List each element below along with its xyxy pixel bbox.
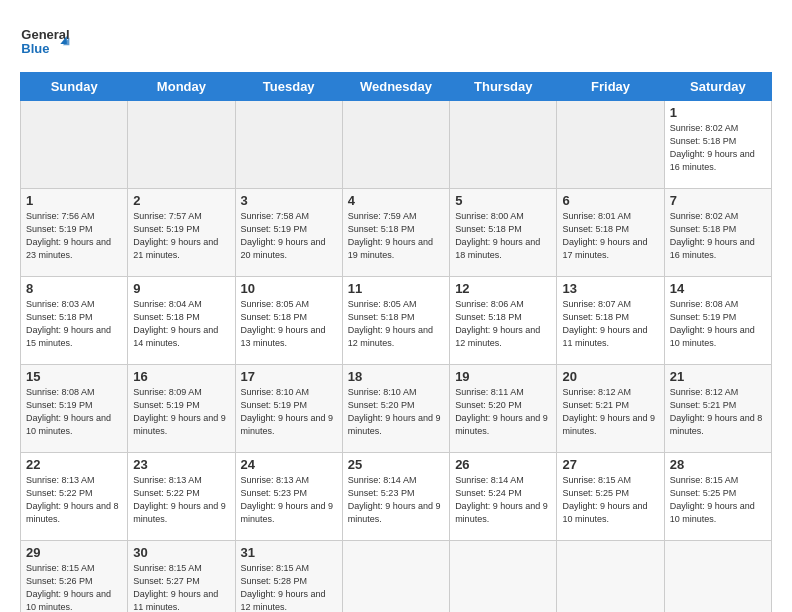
day-number: 26 <box>455 457 551 472</box>
day-info: Sunrise: 8:13 AMSunset: 5:22 PMDaylight:… <box>133 474 229 526</box>
logo-icon: General Blue <box>20 18 72 62</box>
day-info: Sunrise: 8:02 AMSunset: 5:18 PMDaylight:… <box>670 210 766 262</box>
day-number: 29 <box>26 545 122 560</box>
day-cell: 3Sunrise: 7:58 AMSunset: 5:19 PMDaylight… <box>235 189 342 277</box>
day-number: 27 <box>562 457 658 472</box>
day-info: Sunrise: 7:59 AMSunset: 5:18 PMDaylight:… <box>348 210 444 262</box>
day-cell <box>450 101 557 189</box>
day-number: 24 <box>241 457 337 472</box>
day-cell <box>557 101 664 189</box>
day-cell <box>235 101 342 189</box>
day-number: 1 <box>26 193 122 208</box>
page: General Blue SundayMondayTuesdayWednesda… <box>0 0 792 612</box>
col-header-saturday: Saturday <box>664 73 771 101</box>
day-info: Sunrise: 8:05 AMSunset: 5:18 PMDaylight:… <box>241 298 337 350</box>
day-number: 25 <box>348 457 444 472</box>
day-cell: 5Sunrise: 8:00 AMSunset: 5:18 PMDaylight… <box>450 189 557 277</box>
day-cell <box>342 101 449 189</box>
day-cell: 11Sunrise: 8:05 AMSunset: 5:18 PMDayligh… <box>342 277 449 365</box>
day-number: 21 <box>670 369 766 384</box>
day-info: Sunrise: 8:08 AMSunset: 5:19 PMDaylight:… <box>670 298 766 350</box>
col-header-sunday: Sunday <box>21 73 128 101</box>
col-header-wednesday: Wednesday <box>342 73 449 101</box>
week-row-1: 1Sunrise: 8:02 AMSunset: 5:18 PMDaylight… <box>21 101 772 189</box>
day-cell: 10Sunrise: 8:05 AMSunset: 5:18 PMDayligh… <box>235 277 342 365</box>
header-row: SundayMondayTuesdayWednesdayThursdayFrid… <box>21 73 772 101</box>
day-number: 14 <box>670 281 766 296</box>
day-info: Sunrise: 8:15 AMSunset: 5:25 PMDaylight:… <box>562 474 658 526</box>
day-cell: 22Sunrise: 8:13 AMSunset: 5:22 PMDayligh… <box>21 453 128 541</box>
day-cell: 23Sunrise: 8:13 AMSunset: 5:22 PMDayligh… <box>128 453 235 541</box>
day-cell: 6Sunrise: 8:01 AMSunset: 5:18 PMDaylight… <box>557 189 664 277</box>
day-cell <box>342 541 449 613</box>
day-number: 1 <box>670 105 766 120</box>
logo: General Blue <box>20 18 72 62</box>
day-cell: 1Sunrise: 8:02 AMSunset: 5:18 PMDaylight… <box>664 101 771 189</box>
day-info: Sunrise: 8:04 AMSunset: 5:18 PMDaylight:… <box>133 298 229 350</box>
week-row-6: 29Sunrise: 8:15 AMSunset: 5:26 PMDayligh… <box>21 541 772 613</box>
day-info: Sunrise: 8:14 AMSunset: 5:23 PMDaylight:… <box>348 474 444 526</box>
day-cell <box>664 541 771 613</box>
day-number: 17 <box>241 369 337 384</box>
col-header-tuesday: Tuesday <box>235 73 342 101</box>
week-row-5: 22Sunrise: 8:13 AMSunset: 5:22 PMDayligh… <box>21 453 772 541</box>
day-number: 19 <box>455 369 551 384</box>
col-header-friday: Friday <box>557 73 664 101</box>
day-cell: 20Sunrise: 8:12 AMSunset: 5:21 PMDayligh… <box>557 365 664 453</box>
day-info: Sunrise: 8:10 AMSunset: 5:19 PMDaylight:… <box>241 386 337 438</box>
day-number: 15 <box>26 369 122 384</box>
day-number: 16 <box>133 369 229 384</box>
day-number: 11 <box>348 281 444 296</box>
day-cell: 29Sunrise: 8:15 AMSunset: 5:26 PMDayligh… <box>21 541 128 613</box>
day-info: Sunrise: 8:12 AMSunset: 5:21 PMDaylight:… <box>670 386 766 438</box>
day-cell <box>557 541 664 613</box>
day-cell: 9Sunrise: 8:04 AMSunset: 5:18 PMDaylight… <box>128 277 235 365</box>
col-header-monday: Monday <box>128 73 235 101</box>
day-cell <box>21 101 128 189</box>
day-info: Sunrise: 8:08 AMSunset: 5:19 PMDaylight:… <box>26 386 122 438</box>
day-info: Sunrise: 7:56 AMSunset: 5:19 PMDaylight:… <box>26 210 122 262</box>
day-cell: 25Sunrise: 8:14 AMSunset: 5:23 PMDayligh… <box>342 453 449 541</box>
header: General Blue <box>20 18 772 62</box>
day-cell: 24Sunrise: 8:13 AMSunset: 5:23 PMDayligh… <box>235 453 342 541</box>
day-cell: 27Sunrise: 8:15 AMSunset: 5:25 PMDayligh… <box>557 453 664 541</box>
day-info: Sunrise: 8:15 AMSunset: 5:28 PMDaylight:… <box>241 562 337 612</box>
day-number: 2 <box>133 193 229 208</box>
day-number: 6 <box>562 193 658 208</box>
day-cell: 1Sunrise: 7:56 AMSunset: 5:19 PMDaylight… <box>21 189 128 277</box>
day-cell: 21Sunrise: 8:12 AMSunset: 5:21 PMDayligh… <box>664 365 771 453</box>
day-cell: 30Sunrise: 8:15 AMSunset: 5:27 PMDayligh… <box>128 541 235 613</box>
day-cell: 2Sunrise: 7:57 AMSunset: 5:19 PMDaylight… <box>128 189 235 277</box>
day-info: Sunrise: 8:09 AMSunset: 5:19 PMDaylight:… <box>133 386 229 438</box>
day-info: Sunrise: 8:13 AMSunset: 5:22 PMDaylight:… <box>26 474 122 526</box>
day-cell <box>128 101 235 189</box>
day-info: Sunrise: 8:05 AMSunset: 5:18 PMDaylight:… <box>348 298 444 350</box>
day-info: Sunrise: 8:01 AMSunset: 5:18 PMDaylight:… <box>562 210 658 262</box>
svg-text:General: General <box>21 27 69 42</box>
day-info: Sunrise: 8:00 AMSunset: 5:18 PMDaylight:… <box>455 210 551 262</box>
col-header-thursday: Thursday <box>450 73 557 101</box>
day-number: 28 <box>670 457 766 472</box>
day-cell: 4Sunrise: 7:59 AMSunset: 5:18 PMDaylight… <box>342 189 449 277</box>
day-cell: 14Sunrise: 8:08 AMSunset: 5:19 PMDayligh… <box>664 277 771 365</box>
day-cell: 19Sunrise: 8:11 AMSunset: 5:20 PMDayligh… <box>450 365 557 453</box>
day-number: 5 <box>455 193 551 208</box>
day-info: Sunrise: 8:06 AMSunset: 5:18 PMDaylight:… <box>455 298 551 350</box>
day-cell: 17Sunrise: 8:10 AMSunset: 5:19 PMDayligh… <box>235 365 342 453</box>
day-cell: 15Sunrise: 8:08 AMSunset: 5:19 PMDayligh… <box>21 365 128 453</box>
day-info: Sunrise: 8:07 AMSunset: 5:18 PMDaylight:… <box>562 298 658 350</box>
day-cell: 18Sunrise: 8:10 AMSunset: 5:20 PMDayligh… <box>342 365 449 453</box>
day-number: 7 <box>670 193 766 208</box>
day-info: Sunrise: 7:57 AMSunset: 5:19 PMDaylight:… <box>133 210 229 262</box>
day-info: Sunrise: 8:14 AMSunset: 5:24 PMDaylight:… <box>455 474 551 526</box>
svg-text:Blue: Blue <box>21 41 49 56</box>
calendar-table: SundayMondayTuesdayWednesdayThursdayFrid… <box>20 72 772 612</box>
day-number: 4 <box>348 193 444 208</box>
day-number: 30 <box>133 545 229 560</box>
day-cell <box>450 541 557 613</box>
day-cell: 28Sunrise: 8:15 AMSunset: 5:25 PMDayligh… <box>664 453 771 541</box>
day-number: 10 <box>241 281 337 296</box>
day-number: 31 <box>241 545 337 560</box>
day-info: Sunrise: 7:58 AMSunset: 5:19 PMDaylight:… <box>241 210 337 262</box>
day-number: 23 <box>133 457 229 472</box>
